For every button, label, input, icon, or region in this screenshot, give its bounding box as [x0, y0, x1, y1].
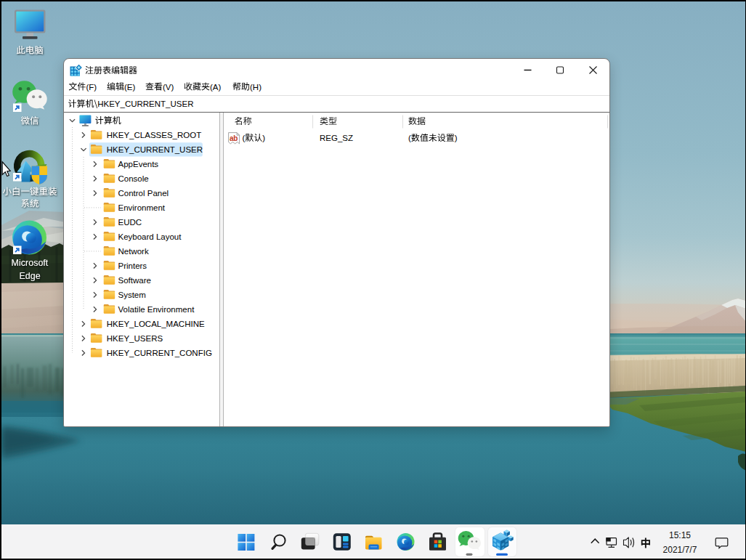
svg-text:HKEY_LOCAL_MACHINE: HKEY_LOCAL_MACHINE — [107, 320, 205, 328]
svg-text:): ) — [455, 134, 458, 142]
svg-text:(A): (A) — [210, 82, 222, 91]
svg-text:Software: Software — [118, 276, 151, 285]
svg-text:System: System — [118, 291, 146, 299]
svg-text:AppEvents: AppEvents — [118, 160, 159, 169]
svg-text:(E): (E) — [124, 82, 136, 91]
svg-text:REG_SZ: REG_SZ — [320, 134, 353, 142]
svg-text:HKEY_CURRENT_USER: HKEY_CURRENT_USER — [107, 145, 203, 154]
svg-text:ab: ab — [230, 134, 238, 142]
svg-text:Volatile Environment: Volatile Environment — [118, 305, 195, 314]
svg-text:Edge: Edge — [19, 271, 40, 281]
svg-text:(V): (V) — [163, 82, 174, 91]
svg-text:EUDC: EUDC — [118, 218, 142, 227]
svg-text:HKEY_CURRENT_USER: HKEY_CURRENT_USER — [97, 100, 193, 108]
svg-text:Environment: Environment — [118, 203, 166, 212]
svg-text:Console: Console — [118, 174, 149, 183]
svg-text:(: ( — [408, 134, 411, 142]
svg-text:Printers: Printers — [118, 261, 147, 270]
svg-text:Network: Network — [118, 247, 149, 256]
svg-text:(F): (F) — [86, 82, 97, 91]
svg-text:HKEY_CLASSES_ROOT: HKEY_CLASSES_ROOT — [107, 131, 201, 139]
svg-text:(H): (H) — [250, 82, 261, 91]
svg-text:2021/7/7: 2021/7/7 — [663, 545, 697, 555]
svg-text:HKEY_USERS: HKEY_USERS — [107, 334, 163, 343]
svg-text:Keyboard Layout: Keyboard Layout — [118, 232, 182, 241]
svg-text:15:15: 15:15 — [669, 530, 691, 540]
svg-text:HKEY_CURRENT_CONFIG: HKEY_CURRENT_CONFIG — [107, 349, 212, 357]
svg-text:(: ( — [243, 134, 246, 142]
svg-text:Microsoft: Microsoft — [12, 258, 49, 268]
svg-text:Control Panel: Control Panel — [118, 189, 169, 198]
svg-text:): ) — [262, 134, 265, 142]
